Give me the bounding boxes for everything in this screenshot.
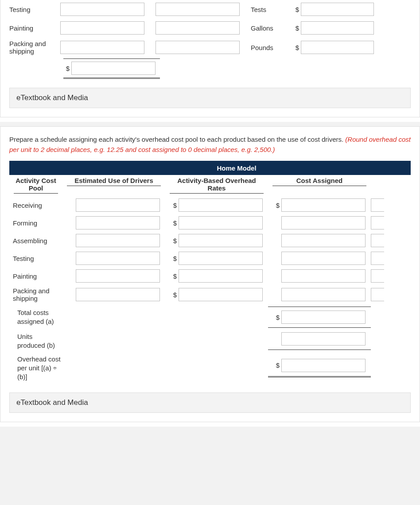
top-row-packing: Packing and shipping Pounds $ xyxy=(9,37,411,58)
forming-extra-input[interactable] xyxy=(371,216,384,229)
row-label: Painting xyxy=(9,24,60,32)
driver-label: Tests xyxy=(251,6,293,13)
home-row-forming: Forming $ $ $ xyxy=(9,214,411,232)
currency-symbol: $ xyxy=(293,24,299,32)
painting-input-2[interactable] xyxy=(156,21,240,35)
home-model-band: Home Model xyxy=(9,161,411,175)
painting-est-input[interactable] xyxy=(76,269,160,283)
top-total-input[interactable] xyxy=(71,62,156,75)
testing-input-1[interactable] xyxy=(60,3,144,16)
home-row-assembling: Assembling $ $ $ xyxy=(9,232,411,249)
column-headers: Activity Cost Pool Estimated Use of Driv… xyxy=(9,175,411,196)
receiving-rate-input[interactable] xyxy=(179,198,263,212)
painting-rate-input[interactable] xyxy=(301,21,374,35)
packing-rate-input-2[interactable] xyxy=(179,288,263,301)
forming-cost-input[interactable] xyxy=(281,216,366,229)
home-row-painting: Painting $ $ $ xyxy=(9,267,411,285)
receiving-cost-input[interactable] xyxy=(281,198,366,212)
top-row-testing: Testing Tests $ xyxy=(9,0,411,19)
testing-est-input[interactable] xyxy=(76,252,160,265)
driver-label: Pounds xyxy=(251,44,293,51)
currency-symbol: $ xyxy=(293,44,299,51)
instruction-text: Prepare a schedule assigning each activi… xyxy=(9,127,411,161)
painting-cost-input[interactable] xyxy=(281,269,366,283)
etextbook-button-2[interactable]: eTextbook and Media xyxy=(9,392,411,413)
home-row-testing: Testing $ $ $ xyxy=(9,249,411,267)
forming-est-input[interactable] xyxy=(76,216,160,229)
row-label: Packing and shipping xyxy=(9,40,60,55)
packing-rate-input[interactable] xyxy=(301,41,374,54)
packing-est-input[interactable] xyxy=(76,288,160,301)
units-produced-input[interactable] xyxy=(281,332,366,346)
total-costs-row: Total costs assigned (a) $ xyxy=(9,304,411,330)
home-row-packing: Packing and shipping $ $ $ xyxy=(9,285,411,304)
receiving-est-input[interactable] xyxy=(76,198,160,212)
top-row-painting: Painting Gallons $ xyxy=(9,19,411,37)
etextbook-button[interactable]: eTextbook and Media xyxy=(9,88,411,108)
currency-symbol: $ xyxy=(63,65,70,72)
packing-input-1[interactable] xyxy=(60,41,144,54)
forming-rate-input[interactable] xyxy=(179,216,263,229)
painting-rate-input-2[interactable] xyxy=(179,269,263,283)
row-label: Testing xyxy=(9,6,60,13)
testing-rate-input-2[interactable] xyxy=(179,252,263,265)
painting-input-1[interactable] xyxy=(60,21,144,35)
top-total-row: $ xyxy=(9,58,411,79)
packing-extra-input[interactable] xyxy=(371,288,384,301)
driver-label: Gallons xyxy=(251,24,293,32)
home-row-receiving: Receiving $ $ $ xyxy=(9,196,411,214)
receiving-extra-input[interactable] xyxy=(371,198,384,212)
testing-cost-input[interactable] xyxy=(281,252,366,265)
total-costs-input[interactable] xyxy=(281,311,366,324)
packing-input-2[interactable] xyxy=(156,41,240,54)
assembling-rate-input[interactable] xyxy=(179,234,263,247)
assembling-cost-input[interactable] xyxy=(281,234,366,247)
currency-symbol: $ xyxy=(293,6,299,13)
units-produced-row: Units produced (b) $ xyxy=(9,330,411,353)
assembling-extra-input[interactable] xyxy=(371,234,384,247)
assembling-est-input[interactable] xyxy=(76,234,160,247)
overhead-cost-row: Overhead cost per unit [(a) ÷ (b)] $ xyxy=(9,353,411,384)
testing-extra-input[interactable] xyxy=(371,252,384,265)
testing-input-2[interactable] xyxy=(156,3,240,16)
painting-extra-input[interactable] xyxy=(371,269,384,283)
overhead-cost-input[interactable] xyxy=(281,359,366,372)
testing-rate-input[interactable] xyxy=(301,3,374,16)
packing-cost-input[interactable] xyxy=(281,288,366,301)
